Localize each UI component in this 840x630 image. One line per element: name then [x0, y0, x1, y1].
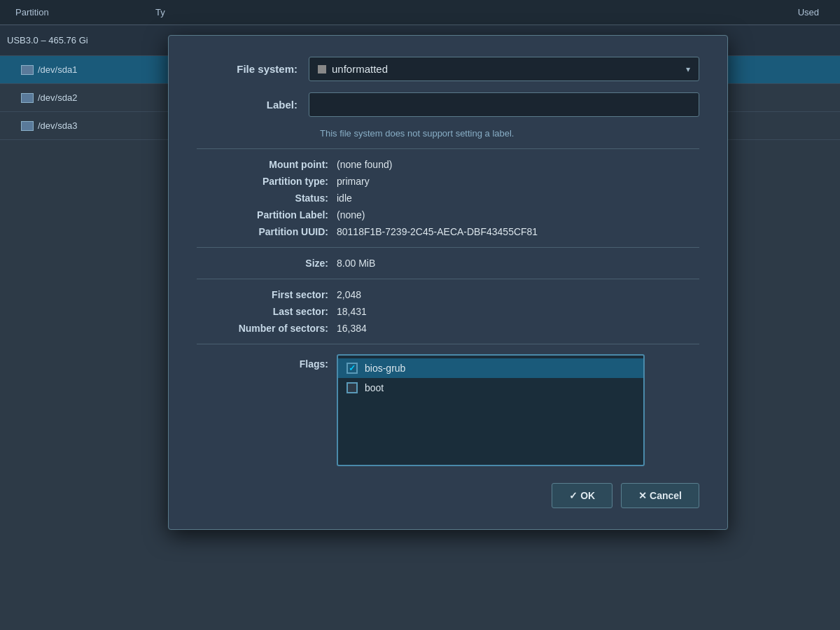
flags-label: Flags:	[197, 354, 337, 370]
ok-button[interactable]: ✓ OK	[552, 483, 612, 508]
partition-name-sda2: /dev/sda2	[38, 92, 77, 103]
divider-3	[197, 279, 699, 279]
flag-name-boot: boot	[365, 382, 384, 393]
col-header-used: Used	[798, 7, 819, 18]
partition-type-value: primary	[337, 176, 370, 187]
mount-point-row: Mount point: (none found)	[197, 159, 699, 170]
partition-type-label: Partition type:	[197, 176, 337, 187]
flag-item-bios-grub[interactable]: ✓ bios-grub	[338, 358, 643, 378]
filesystem-select-value: unformatted	[318, 63, 388, 75]
mount-point-value: (none found)	[337, 159, 392, 170]
divider-2	[197, 247, 699, 248]
partition-label-label: Partition Label:	[197, 209, 337, 220]
flags-list: ✓ bios-grub boot	[337, 354, 645, 466]
filesystem-row: File system: unformatted ▾	[197, 57, 699, 81]
status-row: Status: idle	[197, 192, 699, 204]
first-sector-row: First sector: 2,048	[197, 289, 699, 300]
col-header-partition: Partition	[7, 7, 147, 18]
filesystem-label: File system:	[197, 63, 309, 75]
mount-point-label: Mount point:	[197, 159, 337, 170]
last-sector-value: 18,431	[337, 306, 367, 317]
num-sectors-row: Number of sectors: 16,384	[197, 323, 699, 334]
last-sector-row: Last sector: 18,431	[197, 306, 699, 317]
first-sector-label: First sector:	[197, 289, 337, 300]
filesystem-control-wrapper: unformatted ▾	[309, 57, 699, 81]
cancel-button[interactable]: ✕ Cancel	[621, 483, 699, 508]
disk-label: USB3.0 – 465.76 Gi	[7, 35, 88, 46]
partition-type-row: Partition type: primary	[197, 176, 699, 187]
label-input[interactable]	[309, 92, 699, 117]
label-label: Label:	[197, 99, 309, 111]
flag-name-bios-grub: bios-grub	[365, 363, 405, 374]
chevron-down-icon: ▾	[686, 64, 690, 74]
partition-uuid-row: Partition UUID: 80118F1B-7239-2C45-AECA-…	[197, 226, 699, 237]
size-row: Size: 8.00 MiB	[197, 258, 699, 269]
flags-section: Flags: ✓ bios-grub boot	[197, 354, 699, 466]
flag-checkbox-boot[interactable]	[346, 382, 358, 393]
dialog-footer: ✓ OK ✕ Cancel	[197, 483, 699, 508]
flag-checkbox-bios-grub[interactable]: ✓	[346, 363, 358, 374]
divider-1	[197, 148, 699, 149]
flag-item-boot[interactable]: boot	[338, 378, 643, 398]
col-header-type: Ty	[147, 7, 231, 18]
num-sectors-value: 16,384	[337, 323, 367, 334]
partition-name-sda3: /dev/sda3	[38, 120, 77, 131]
first-sector-value: 2,048	[337, 289, 361, 300]
partition-name-sda1: /dev/sda1	[38, 64, 77, 75]
label-control-wrapper	[309, 92, 699, 117]
size-value: 8.00 MiB	[337, 258, 375, 269]
filesystem-square-icon	[318, 65, 326, 74]
table-header: Partition Ty Used	[0, 0, 840, 25]
status-value: idle	[337, 192, 352, 204]
checkmark-icon: ✓	[349, 363, 356, 373]
partition-icon-sda2	[21, 93, 34, 103]
filesystem-select[interactable]: unformatted ▾	[309, 57, 699, 81]
partition-uuid-value: 80118F1B-7239-2C45-AECA-DBF43455CF81	[337, 226, 538, 237]
label-row: Label:	[197, 92, 699, 117]
filesystem-select-text: unformatted	[332, 63, 388, 75]
size-label: Size:	[197, 258, 337, 269]
divider-4	[197, 344, 699, 344]
num-sectors-label: Number of sectors:	[197, 323, 337, 334]
partition-label-row: Partition Label: (none)	[197, 209, 699, 220]
partition-label-value: (none)	[337, 209, 365, 220]
status-label: Status:	[197, 192, 337, 204]
last-sector-label: Last sector:	[197, 306, 337, 317]
partition-icon-sda1	[21, 65, 34, 75]
partition-edit-dialog: File system: unformatted ▾ Label: This f…	[168, 35, 728, 530]
partition-uuid-label: Partition UUID:	[197, 226, 337, 237]
partition-icon-sda3	[21, 121, 34, 131]
label-hint: This file system does not support settin…	[320, 128, 699, 139]
